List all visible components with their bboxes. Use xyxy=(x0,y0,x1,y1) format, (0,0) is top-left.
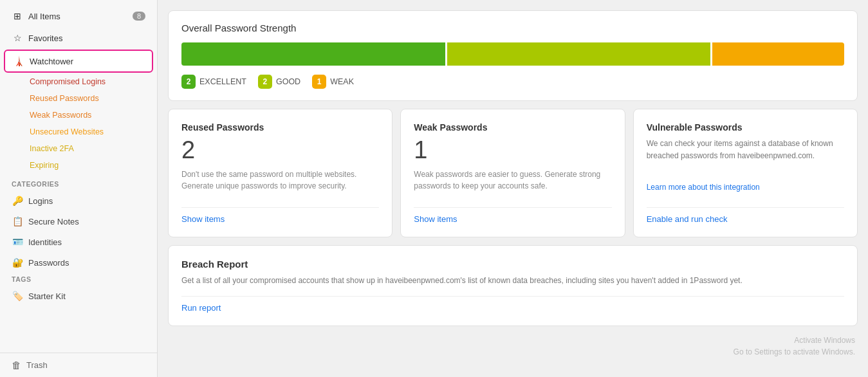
badge-weak: 1 xyxy=(312,75,326,89)
starter-kit-label: Starter Kit xyxy=(28,291,66,301)
run-report-link[interactable]: Run report xyxy=(181,303,221,313)
sidebar-item-identities[interactable]: 🪪 Identities xyxy=(4,232,153,252)
strength-legend: 2 EXCELLENT 2 GOOD 1 WEAK xyxy=(181,75,844,89)
secure-notes-icon: 📋 xyxy=(12,216,23,227)
badge-good: 2 xyxy=(258,75,272,89)
sidebar-sub-item-unsecured[interactable]: Unsecured Websites xyxy=(4,124,153,140)
breach-report-title: Breach Report xyxy=(181,259,844,270)
sidebar-item-logins[interactable]: 🔑 Logins xyxy=(4,191,153,210)
strength-bar xyxy=(181,42,844,66)
vulnerable-passwords-card: Vulnerable Passwords We can check your i… xyxy=(633,109,858,237)
watchtower-label: Watchtower xyxy=(30,57,73,66)
reused-passwords-card: Reused Passwords 2 Don't use the same pa… xyxy=(168,109,392,237)
all-items-label: All Items xyxy=(28,12,60,21)
sidebar-footer: 🗑 Trash xyxy=(0,353,157,377)
breach-report-desc: Get a list of all your compromised accou… xyxy=(181,275,844,287)
weak-passwords-desc: Weak passwords are easier to guess. Gene… xyxy=(414,169,611,192)
sidebar-sub-item-reused[interactable]: Reused Passwords xyxy=(4,91,153,106)
favorites-label: Favorites xyxy=(28,33,62,43)
divider-vulnerable xyxy=(647,207,844,208)
breach-report-card: Breach Report Get a list of all your com… xyxy=(168,245,858,326)
excellent-label: EXCELLENT xyxy=(199,77,246,86)
good-label: GOOD xyxy=(276,77,300,86)
categories-section-label: CATEGORIES xyxy=(0,174,157,190)
weak-passwords-card-title: Weak Passwords xyxy=(414,122,611,133)
weak-passwords-label: Weak Passwords xyxy=(30,111,91,120)
inactive-2fa-label: Inactive 2FA xyxy=(30,144,74,153)
weak-label: WEAK xyxy=(330,77,354,86)
sidebar-item-all-items[interactable]: ⊞ All Items 8 xyxy=(4,6,153,26)
divider-breach xyxy=(181,296,844,297)
grid-icon: ⊞ xyxy=(12,10,23,22)
tags-section-label: TAGS xyxy=(0,273,157,286)
logins-label: Logins xyxy=(28,196,53,206)
identities-icon: 🪪 xyxy=(12,236,23,248)
sidebar-sub-item-weak[interactable]: Weak Passwords xyxy=(4,107,153,123)
reused-passwords-count: 2 xyxy=(181,138,379,162)
reused-passwords-label: Reused Passwords xyxy=(30,94,99,103)
reused-show-items-link[interactable]: Show items xyxy=(181,214,379,224)
logins-icon: 🔑 xyxy=(12,195,23,207)
all-items-badge: 8 xyxy=(133,12,145,21)
legend-weak: 1 WEAK xyxy=(312,75,354,89)
sidebar-sub-item-expiring[interactable]: Expiring xyxy=(4,158,153,173)
secure-notes-label: Secure Notes xyxy=(28,217,79,226)
sidebar-sub-item-compromised[interactable]: Compromised Logins xyxy=(4,74,153,89)
vulnerable-learn-link[interactable]: Learn more about this integration xyxy=(647,183,844,192)
sidebar-item-favorites[interactable]: ☆ Favorites xyxy=(4,28,153,48)
watermark-line1: Activate Windows xyxy=(734,335,855,346)
tag-icon: 🏷️ xyxy=(12,290,23,302)
watermark: Activate Windows Go to Settings to activ… xyxy=(734,335,855,358)
sidebar-item-watchtower[interactable]: 🗼 Watchtower xyxy=(4,50,153,73)
vulnerable-passwords-card-title: Vulnerable Passwords xyxy=(647,122,844,133)
sidebar-item-passwords[interactable]: 🔐 Passwords xyxy=(4,253,153,272)
bar-weak xyxy=(712,42,844,66)
reused-passwords-card-title: Reused Passwords xyxy=(181,122,379,133)
sidebar-item-starter-kit[interactable]: 🏷️ Starter Kit xyxy=(4,286,153,306)
divider-reused xyxy=(181,207,379,208)
compromised-logins-label: Compromised Logins xyxy=(30,77,106,86)
divider-weak xyxy=(414,207,611,208)
badge-excellent: 2 xyxy=(181,75,196,89)
watchtower-icon: 🗼 xyxy=(13,55,24,67)
strength-title: Overall Password Strength xyxy=(181,23,844,33)
unsecured-websites-label: Unsecured Websites xyxy=(30,127,104,136)
passwords-icon: 🔐 xyxy=(12,257,23,268)
watermark-line2: Go to Settings to activate Windows. xyxy=(734,346,855,358)
strength-card: Overall Password Strength 2 EXCELLENT 2 … xyxy=(168,10,858,101)
sidebar-sub-item-2fa[interactable]: Inactive 2FA xyxy=(4,141,153,156)
weak-passwords-count: 1 xyxy=(414,138,611,162)
enable-run-check-link[interactable]: Enable and run check xyxy=(647,214,844,224)
weak-show-items-link[interactable]: Show items xyxy=(414,214,611,224)
reused-passwords-desc: Don't use the same password on multiple … xyxy=(181,169,379,192)
info-cards-row: Reused Passwords 2 Don't use the same pa… xyxy=(168,109,858,237)
identities-label: Identities xyxy=(28,237,62,247)
bar-excellent xyxy=(181,42,445,66)
sidebar-item-trash[interactable]: 🗑 Trash xyxy=(0,353,157,377)
sidebar-item-secure-notes[interactable]: 📋 Secure Notes xyxy=(4,212,153,231)
bar-good xyxy=(447,42,711,66)
main-content: Overall Password Strength 2 EXCELLENT 2 … xyxy=(158,0,868,377)
sidebar: ⊞ All Items 8 ☆ Favorites 🗼 Watchtower C… xyxy=(0,0,158,377)
star-icon: ☆ xyxy=(12,32,23,44)
trash-label: Trash xyxy=(26,360,48,370)
legend-excellent: 2 EXCELLENT xyxy=(181,75,246,89)
expiring-label: Expiring xyxy=(30,161,59,170)
trash-icon: 🗑 xyxy=(12,360,21,371)
weak-passwords-card: Weak Passwords 1 Weak passwords are easi… xyxy=(400,109,625,237)
legend-good: 2 GOOD xyxy=(258,75,300,89)
vulnerable-passwords-desc: We can check your items against a databa… xyxy=(647,138,844,176)
passwords-label: Passwords xyxy=(28,258,69,268)
